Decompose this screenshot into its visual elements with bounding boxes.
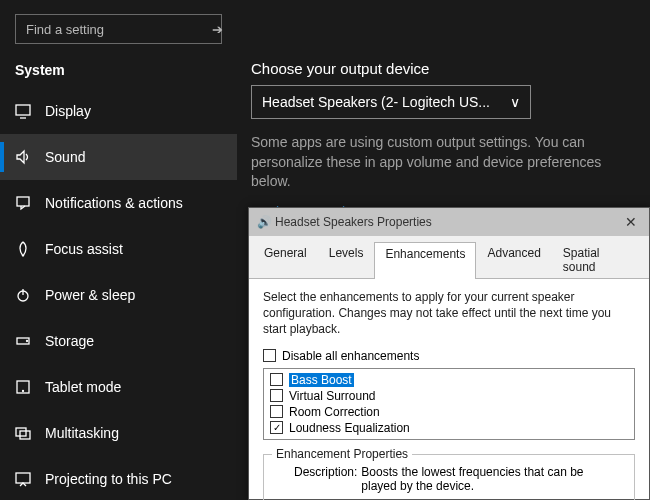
sidebar-item-storage[interactable]: Storage <box>0 318 237 364</box>
tab-enhancements[interactable]: Enhancements <box>374 242 476 279</box>
sidebar-item-label: Tablet mode <box>45 379 121 395</box>
disable-all-label: Disable all enhancements <box>282 349 419 363</box>
settings-sidebar: ➔ System Display Sound Notifications & a… <box>0 0 237 500</box>
sidebar-item-notifications[interactable]: Notifications & actions <box>0 180 237 226</box>
projecting-icon <box>15 471 45 487</box>
sidebar-item-label: Storage <box>45 333 94 349</box>
svg-point-7 <box>27 341 28 342</box>
svg-marker-2 <box>17 151 24 163</box>
sidebar-item-projecting[interactable]: Projecting to this PC <box>0 456 237 500</box>
dialog-tabs: General Levels Enhancements Advanced Spa… <box>249 236 649 279</box>
focus-assist-icon <box>15 241 45 257</box>
enhancements-panel: Select the enhancements to apply for you… <box>249 279 649 500</box>
sidebar-item-label: Sound <box>45 149 85 165</box>
sidebar-item-display[interactable]: Display <box>0 88 237 134</box>
sidebar-item-sound[interactable]: Sound <box>0 134 237 180</box>
tab-general[interactable]: General <box>253 241 318 278</box>
close-button[interactable]: ✕ <box>621 214 641 230</box>
sidebar-item-tablet[interactable]: Tablet mode <box>0 364 237 410</box>
output-device-label: Choose your output device <box>251 14 636 85</box>
chevron-down-icon: ∨ <box>510 94 520 110</box>
sidebar-item-label: Focus assist <box>45 241 123 257</box>
description-text: Boosts the lowest frequencies that can b… <box>361 465 621 493</box>
output-device-value: Headset Speakers (2- Logitech US... <box>262 94 490 110</box>
speaker-icon: 🔊 <box>257 215 275 229</box>
disable-all-checkbox[interactable] <box>263 349 276 362</box>
enhancement-label: Loudness Equalization <box>289 421 410 435</box>
apps-note: Some apps are using custom output settin… <box>251 119 636 192</box>
enhancement-label: Virtual Surround <box>289 389 376 403</box>
search-box[interactable]: ➔ <box>15 14 222 44</box>
checkbox[interactable] <box>270 389 283 402</box>
enhancement-loudness-eq[interactable]: ✓ Loudness Equalization <box>270 420 628 436</box>
enhancement-label: Room Correction <box>289 405 380 419</box>
tab-spatial-sound[interactable]: Spatial sound <box>552 241 645 278</box>
enhancements-listbox[interactable]: Bass Boost Virtual Surround Room Correct… <box>263 368 635 440</box>
svg-rect-11 <box>20 431 30 439</box>
tab-levels[interactable]: Levels <box>318 241 375 278</box>
checkbox[interactable] <box>270 405 283 418</box>
disable-all-row[interactable]: Disable all enhancements <box>263 348 635 364</box>
svg-rect-10 <box>16 428 26 436</box>
description-label: Description: <box>294 465 357 479</box>
dialog-titlebar[interactable]: 🔊 Headset Speakers Properties ✕ <box>249 208 649 236</box>
svg-point-9 <box>23 391 24 392</box>
sidebar-item-power[interactable]: Power & sleep <box>0 272 237 318</box>
output-device-dropdown[interactable]: Headset Speakers (2- Logitech US... ∨ <box>251 85 531 119</box>
category-heading: System <box>0 62 237 88</box>
dialog-title: Headset Speakers Properties <box>275 215 432 229</box>
sound-icon <box>15 149 45 165</box>
sidebar-item-label: Projecting to this PC <box>45 471 172 487</box>
tablet-icon <box>15 379 45 395</box>
power-icon <box>15 287 45 303</box>
enhancement-virtual-surround[interactable]: Virtual Surround <box>270 388 628 404</box>
panel-instruction: Select the enhancements to apply for you… <box>263 289 635 348</box>
group-title: Enhancement Properties <box>272 447 412 461</box>
search-input[interactable] <box>16 22 204 37</box>
sidebar-item-label: Power & sleep <box>45 287 135 303</box>
sidebar-item-focus-assist[interactable]: Focus assist <box>0 226 237 272</box>
display-icon <box>15 103 45 119</box>
sidebar-item-label: Multitasking <box>45 425 119 441</box>
search-icon: ➔ <box>204 22 231 37</box>
storage-icon <box>15 333 45 349</box>
notifications-icon <box>15 195 45 211</box>
enhancement-label: Bass Boost <box>289 373 354 387</box>
speaker-properties-dialog: 🔊 Headset Speakers Properties ✕ General … <box>248 207 650 500</box>
sidebar-item-label: Notifications & actions <box>45 195 183 211</box>
enhancement-room-correction[interactable]: Room Correction <box>270 404 628 420</box>
multitasking-icon <box>15 425 45 441</box>
enhancement-properties-group: Enhancement Properties Description: Boos… <box>263 454 635 500</box>
svg-rect-3 <box>17 197 29 206</box>
checkbox[interactable] <box>270 373 283 386</box>
sidebar-item-label: Display <box>45 103 91 119</box>
tab-advanced[interactable]: Advanced <box>476 241 551 278</box>
sidebar-item-multitasking[interactable]: Multitasking <box>0 410 237 456</box>
checkbox[interactable]: ✓ <box>270 421 283 434</box>
enhancement-bass-boost[interactable]: Bass Boost <box>270 372 628 388</box>
svg-rect-12 <box>16 473 30 483</box>
svg-rect-0 <box>16 105 30 115</box>
